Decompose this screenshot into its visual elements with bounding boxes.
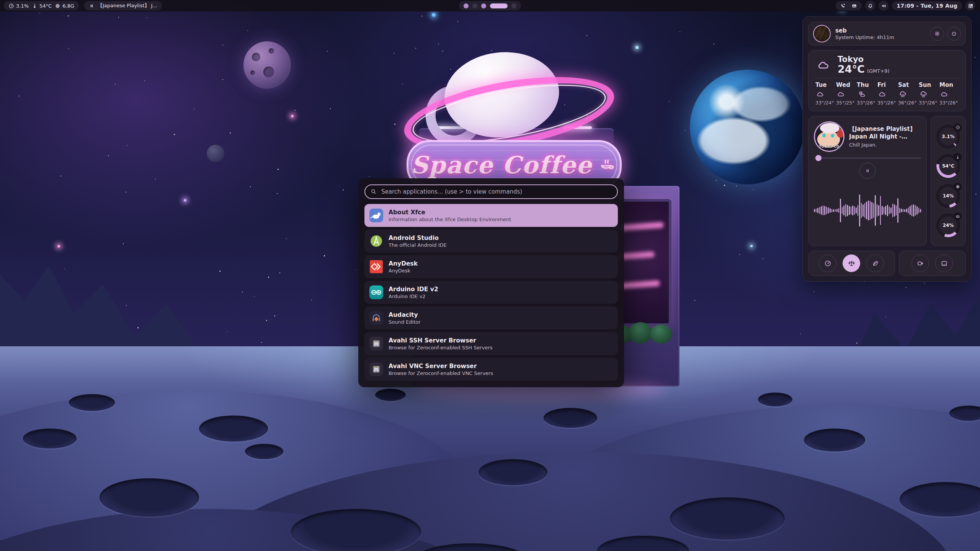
forecast-day: Fri 35°/26° [877, 82, 897, 106]
leaf-icon [872, 260, 879, 267]
forecast-temps: 33°/26° [939, 100, 958, 106]
weather-forecast: Tue 33°/24° Wed 35°/25° Thu 33°/26° Fri … [815, 82, 959, 106]
app-title: About Xfce [389, 209, 511, 216]
forecast-day-name: Wed [836, 82, 850, 88]
coffee-cup-icon [598, 155, 617, 175]
desktop: Space Coffee 3.1%54°C6.8G 【Japanese Play… [0, 0, 980, 551]
pause-icon [865, 168, 871, 174]
forecast-day: Thu 33°/26° [856, 82, 877, 106]
speedometer-icon [956, 125, 960, 130]
notifications-button[interactable] [865, 1, 875, 11]
app-title: Avahi SSH Server Browser [389, 337, 493, 344]
album-art-text: TOKYO LO [815, 145, 843, 148]
apps-grid-icon [968, 3, 973, 9]
videocam-button[interactable] [911, 254, 929, 272]
workspace-dot-4[interactable] [490, 3, 508, 8]
pause-icon [89, 3, 95, 9]
app-title: AnyDesk [389, 260, 418, 267]
rain-icon [898, 90, 908, 98]
forecast-temps: 35°/25° [836, 100, 855, 106]
screen-button[interactable] [935, 254, 953, 272]
overview-button[interactable] [965, 1, 975, 11]
workspace-dot-1[interactable] [464, 3, 469, 8]
audio-visualizer [814, 179, 921, 241]
search-icon [370, 188, 377, 195]
gear-icon [934, 31, 940, 37]
forecast-day: Wed 35°/25° [835, 82, 856, 106]
app-list-item[interactable]: Android Studio The official Android IDE [364, 230, 618, 253]
cpu-icon [55, 3, 60, 9]
avahi-app-icon [369, 362, 384, 377]
forecast-day-name: Sat [898, 82, 909, 88]
user-card: seb System Uptime: 4h11m [808, 22, 966, 46]
seek-knob[interactable] [815, 155, 822, 161]
weather-city: Tokyo [838, 55, 889, 64]
bush [650, 324, 672, 344]
gauge-disk: 24% [936, 214, 960, 237]
cloud-icon [815, 58, 832, 72]
scales-button[interactable] [843, 254, 860, 272]
speaker-icon [881, 3, 887, 9]
cloud-icon [939, 90, 949, 98]
speedometer-button[interactable] [819, 254, 836, 272]
forecast-day-name: Fri [877, 82, 886, 88]
media-player-card: TOKYO LO 【Japanese Playlist】 Japan All N… [808, 116, 927, 246]
seek-bar[interactable] [814, 157, 921, 159]
app-list-item[interactable]: Arduino IDE v2 Arduino IDE v2 [364, 281, 618, 304]
workspace-dot-3[interactable] [481, 3, 486, 8]
system-stats-pill[interactable]: 3.1%54°C6.8G [4, 1, 79, 10]
track-title: 【Japanese Playlist】 Japan All Night - To… [849, 126, 921, 140]
tray-picture-icon[interactable] [851, 3, 857, 9]
app-list-item[interactable]: AnyDesk AnyDesk [364, 255, 618, 278]
app-description: Browse for Zeroconf-enabled SSH Servers [389, 345, 493, 350]
neon-sign-text: Space Coffee [411, 151, 592, 179]
system-gauges-card: 3.1% 54°C 14% 24% [931, 116, 966, 246]
clock[interactable]: 17:09 - Tue, 19 Aug [892, 1, 962, 10]
moon-ground-foreground [0, 383, 980, 551]
uptime-label: System Uptime: 4h11m [835, 34, 894, 40]
speedometer-icon [8, 3, 14, 9]
system-tray-pill[interactable] [836, 1, 862, 10]
gauge-thermometer: 54°C [936, 154, 960, 178]
workspace-dot-5[interactable] [511, 3, 516, 8]
leaf-button[interactable] [866, 254, 884, 272]
tray-phone-icon[interactable] [840, 3, 846, 9]
cloud-icon [836, 90, 846, 98]
play-pause-button[interactable] [859, 163, 875, 179]
volume-button[interactable] [879, 1, 889, 11]
app-list-item[interactable]: Avahi SSH Server Browser Browse for Zero… [364, 332, 618, 355]
forecast-day: Sat 36°/26° [897, 82, 918, 106]
app-list-item[interactable]: Audacity Sound Editor [364, 306, 618, 329]
app-description: Information about the Xfce Desktop Envir… [389, 217, 511, 222]
power-button[interactable] [947, 27, 961, 41]
quick-toggles-right [899, 251, 966, 276]
forecast-day: Mon 33°/26° [939, 82, 959, 106]
app-list-item[interactable]: Avahi VNC Server Browser Browse for Zero… [364, 358, 618, 381]
stat-speedometer: 3.1% [8, 3, 29, 9]
speedometer-icon [824, 260, 831, 267]
forecast-temps: 33°/26° [857, 100, 875, 106]
gauge-cpu: 14% [936, 184, 960, 208]
forecast-day-name: Thu [857, 82, 869, 88]
search-input[interactable] [364, 184, 618, 199]
app-description: AnyDesk [389, 268, 418, 274]
app-title: Avahi VNC Server Browser [389, 363, 493, 370]
app-title: Android Studio [389, 235, 447, 241]
quick-toggles-left [808, 251, 895, 276]
avahi-app-icon [369, 336, 384, 351]
app-description: Arduino IDE v2 [389, 293, 438, 299]
bell-icon [867, 3, 873, 9]
username: seb [835, 27, 894, 34]
app-title: Audacity [389, 311, 421, 318]
now-playing-pill[interactable]: 【Japanese Playlist】 J... [84, 1, 162, 10]
settings-button[interactable] [930, 27, 944, 41]
app-list: About Xfce Information about the Xfce De… [364, 204, 618, 381]
avatar[interactable] [813, 25, 831, 42]
workspace-dot-2[interactable] [472, 3, 477, 8]
videocam-icon [917, 260, 924, 267]
forecast-day-name: Sun [919, 82, 931, 88]
cratered-planet [243, 41, 291, 89]
anydesk-app-icon [369, 259, 384, 274]
app-list-item[interactable]: About Xfce Information about the Xfce De… [364, 204, 618, 227]
cloud-icon [877, 90, 887, 98]
